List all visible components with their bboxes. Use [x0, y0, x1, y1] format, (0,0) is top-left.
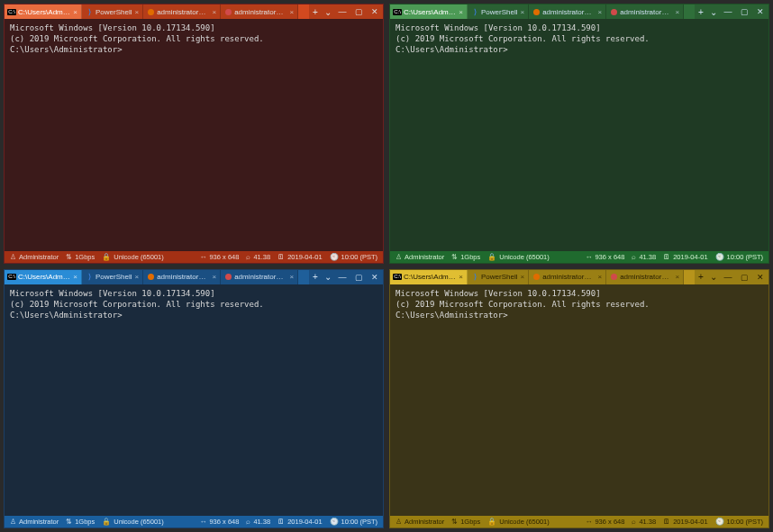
close-tab-icon[interactable]: ×: [675, 273, 679, 281]
tab-dropdown-button[interactable]: ⌄: [707, 270, 720, 284]
tab-1[interactable]: PowerShell×: [82, 270, 143, 284]
status-network-text: 1Gbps: [75, 253, 95, 261]
close-tab-icon[interactable]: ×: [520, 273, 524, 281]
close-tab-icon[interactable]: ×: [459, 8, 463, 16]
maximize-button[interactable]: ▢: [736, 270, 752, 284]
close-tab-icon[interactable]: ×: [597, 273, 602, 281]
tab-dropdown-button[interactable]: ⌄: [322, 5, 334, 19]
tab-2[interactable]: administrator@DES...×: [529, 270, 606, 284]
minimize-button[interactable]: —: [334, 270, 350, 284]
status-user-text: Administrator: [19, 518, 59, 526]
terminal-line: C:\Users\Administrator>: [10, 44, 377, 55]
ssh-icon: [532, 8, 540, 15]
status-network: ⇅1Gbps: [451, 518, 480, 526]
close-tab-icon[interactable]: ×: [289, 8, 294, 16]
terminal-line: (c) 2019 Microsoft Corporation. All righ…: [10, 33, 377, 44]
status-bar: ♙Administrator⇅1Gbps🔒Unicode (65001)↔936…: [5, 516, 383, 527]
zoom-icon: ⌕: [246, 253, 250, 261]
ssh-icon: [147, 8, 154, 15]
close-tab-icon[interactable]: ×: [675, 8, 679, 16]
user-icon: ♙: [10, 518, 16, 526]
network-icon: ⇅: [66, 518, 72, 526]
tab-3[interactable]: administrator@DES...×: [606, 270, 684, 284]
tab-label: administrator@DES...: [542, 273, 595, 281]
tab-dropdown-button[interactable]: ⌄: [322, 270, 334, 284]
tab-label: administrator@DES...: [234, 273, 286, 281]
tab-strip: C:\Users\Administr.×PowerShell×administr…: [5, 270, 309, 284]
close-tab-icon[interactable]: ×: [597, 8, 602, 16]
new-tab-button[interactable]: +: [695, 5, 707, 19]
terminal-window-green: C:\Users\Administr.×PowerShell×administr…: [389, 4, 769, 264]
terminal-area[interactable]: Microsoft Windows [Version 10.0.17134.59…: [5, 19, 383, 251]
close-tab-icon[interactable]: ×: [134, 8, 139, 16]
status-encoding-text: Unicode (65001): [114, 518, 163, 526]
maximize-button[interactable]: ▢: [350, 5, 367, 19]
minimize-button[interactable]: —: [720, 5, 736, 19]
status-time-text: 10:00 (PST): [727, 518, 763, 526]
terminal-area[interactable]: Microsoft Windows [Version 10.0.17134.59…: [390, 19, 768, 251]
tab-strip: C:\Users\Administr.×PowerShell×administr…: [5, 5, 309, 19]
close-tab-icon[interactable]: ×: [459, 273, 463, 281]
lock-icon: 🔒: [102, 518, 111, 526]
close-button[interactable]: ✕: [367, 5, 383, 19]
terminal-line: C:\Users\Administrator>: [396, 310, 763, 320]
window-controls: —▢✕: [334, 5, 383, 19]
status-date: 🗓2019-04-01: [663, 518, 707, 526]
status-encoding-text: Unicode (65001): [499, 253, 549, 261]
terminal-area[interactable]: Microsoft Windows [Version 10.0.17134.59…: [5, 284, 383, 517]
tab-3[interactable]: administrator@DES...×: [221, 5, 298, 19]
close-button[interactable]: ✕: [367, 270, 383, 284]
minimize-button[interactable]: —: [720, 270, 736, 284]
powershell-icon: [471, 8, 478, 15]
status-user: ♙Administrator: [10, 518, 59, 526]
close-tab-icon[interactable]: ×: [73, 8, 77, 16]
close-tab-icon[interactable]: ×: [212, 273, 216, 281]
status-date-text: 2019-04-01: [287, 253, 322, 261]
tab-3[interactable]: administrator@DES...×: [221, 270, 298, 284]
tab-3[interactable]: administrator@DES...×: [606, 5, 684, 19]
close-button[interactable]: ✕: [752, 5, 768, 19]
tab-dropdown-button[interactable]: ⌄: [707, 5, 720, 19]
clock-icon: 🕙: [715, 518, 724, 526]
close-button[interactable]: ✕: [752, 270, 768, 284]
tab-2[interactable]: administrator@DES...×: [529, 5, 606, 19]
close-tab-icon[interactable]: ×: [73, 273, 77, 281]
tab-1[interactable]: PowerShell×: [82, 5, 143, 19]
lock-icon: 🔒: [487, 518, 496, 526]
status-zoom-text: 41.38: [639, 518, 656, 526]
tab-1[interactable]: PowerShell×: [468, 270, 529, 284]
status-time: 🕙10:00 (PST): [715, 518, 763, 526]
terminal-line: Microsoft Windows [Version 10.0.17134.59…: [396, 288, 763, 299]
tab-2[interactable]: administrator@DES...×: [143, 5, 221, 19]
status-network: ⇅1Gbps: [66, 518, 95, 526]
tab-0[interactable]: C:\Users\Administr.×: [390, 270, 468, 284]
clock-icon: 🕙: [330, 253, 339, 261]
tab-label: PowerShell: [95, 8, 132, 16]
maximize-button[interactable]: ▢: [350, 270, 367, 284]
maximize-button[interactable]: ▢: [736, 5, 752, 19]
user-icon: ♙: [10, 253, 16, 261]
status-encoding-text: Unicode (65001): [499, 518, 549, 526]
tab-label: administrator@DES...: [157, 273, 209, 281]
terminal-area[interactable]: Microsoft Windows [Version 10.0.17134.59…: [390, 284, 768, 517]
tab-0[interactable]: C:\Users\Administr.×: [5, 5, 82, 19]
tab-2[interactable]: administrator@DES...×: [143, 270, 221, 284]
status-zoom: ⌕41.38: [246, 518, 270, 526]
close-tab-icon[interactable]: ×: [520, 8, 524, 16]
status-network-text: 1Gbps: [460, 518, 480, 526]
new-tab-button[interactable]: +: [309, 5, 322, 19]
tab-label: PowerShell: [95, 273, 132, 281]
minimize-button[interactable]: —: [334, 5, 350, 19]
tab-0[interactable]: C:\Users\Administr.×: [390, 5, 468, 19]
close-tab-icon[interactable]: ×: [134, 273, 139, 281]
close-tab-icon[interactable]: ×: [289, 273, 294, 281]
tab-1[interactable]: PowerShell×: [468, 5, 529, 19]
close-tab-icon[interactable]: ×: [212, 8, 216, 16]
ssh-icon: [224, 274, 232, 281]
status-bar: ♙Administrator⇅1Gbps🔒Unicode (65001)↔936…: [5, 251, 383, 263]
terminal-line: C:\Users\Administrator>: [396, 44, 763, 55]
new-tab-button[interactable]: +: [695, 270, 707, 284]
tab-0[interactable]: C:\Users\Administr.×: [5, 270, 82, 284]
terminal-line: Microsoft Windows [Version 10.0.17134.59…: [396, 23, 763, 33]
new-tab-button[interactable]: +: [309, 270, 322, 284]
